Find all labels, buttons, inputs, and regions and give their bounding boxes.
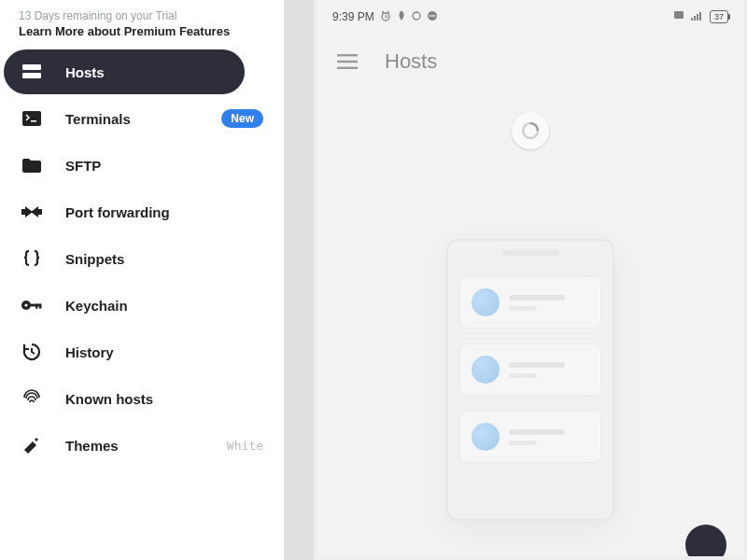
svg-rect-10 xyxy=(39,304,42,309)
alarm-icon xyxy=(380,10,391,24)
network-icon xyxy=(674,10,685,23)
circle-icon xyxy=(412,10,421,23)
content-area xyxy=(317,90,743,556)
placeholder-card xyxy=(459,411,601,463)
svg-rect-22 xyxy=(337,54,358,56)
page-title: Hosts xyxy=(385,49,437,74)
history-icon xyxy=(21,343,43,361)
add-host-fab[interactable] xyxy=(685,525,726,556)
fingerprint-icon xyxy=(21,389,43,408)
loading-spinner xyxy=(512,112,549,149)
svg-point-12 xyxy=(413,12,420,20)
sidebar-item-history[interactable]: History xyxy=(4,329,280,374)
svg-point-7 xyxy=(24,303,27,306)
sidebar-item-label: Themes xyxy=(65,438,119,454)
svg-rect-18 xyxy=(691,18,693,21)
placeholder-card xyxy=(459,343,601,396)
sidebar-item-label: Terminals xyxy=(65,111,131,127)
sidebar-item-label: History xyxy=(65,344,114,360)
sidebar-item-label: SFTP xyxy=(65,158,101,174)
svg-point-16 xyxy=(433,15,435,17)
trial-learn-more[interactable]: Learn More about Premium Features xyxy=(19,24,265,38)
key-icon xyxy=(21,299,43,312)
new-badge: New xyxy=(221,109,263,128)
placeholder-card xyxy=(459,276,601,329)
terminals-icon xyxy=(21,111,43,126)
empty-state-illustration xyxy=(446,239,614,521)
svg-rect-19 xyxy=(694,16,696,21)
svg-rect-2 xyxy=(24,66,26,68)
sidebar-item-label: Keychain xyxy=(65,298,128,314)
sidebar-item-label: Known hosts xyxy=(65,391,153,407)
more-icon xyxy=(427,10,438,23)
svg-rect-5 xyxy=(31,120,36,122)
folder-icon xyxy=(21,158,43,173)
svg-point-14 xyxy=(429,15,430,17)
sidebar-item-label: Hosts xyxy=(65,64,105,80)
sidebar-item-sftp[interactable]: SFTP xyxy=(4,143,280,188)
sidebar-item-hosts[interactable]: Hosts xyxy=(4,49,245,94)
sidebar-item-terminals[interactable]: Terminals New xyxy=(4,96,280,141)
svg-rect-9 xyxy=(35,304,38,309)
sidebar-menu: Hosts Terminals New SFTP Port forwarding xyxy=(0,49,284,468)
svg-rect-3 xyxy=(24,75,26,77)
phone-panel: 9:39 PM 37 Ho xyxy=(314,0,747,560)
status-time: 9:39 PM xyxy=(332,10,374,23)
sidebar-item-port-forwarding[interactable]: Port forwarding xyxy=(4,189,280,234)
svg-rect-4 xyxy=(22,111,41,126)
sidebar-item-themes[interactable]: Themes White xyxy=(4,423,280,468)
themes-icon xyxy=(21,436,43,455)
drawer-panel: 13 Days remaining on your Trial Learn Mo… xyxy=(0,0,314,560)
app-bar: Hosts xyxy=(317,34,743,90)
status-bar: 9:39 PM 37 xyxy=(317,0,743,34)
trial-days: 13 Days remaining on your Trial xyxy=(19,9,265,22)
sidebar-item-snippets[interactable]: Snippets xyxy=(4,236,280,281)
svg-rect-20 xyxy=(697,14,698,21)
sidebar-item-label: Snippets xyxy=(65,251,124,267)
svg-rect-23 xyxy=(337,61,358,63)
svg-rect-21 xyxy=(699,12,701,21)
sidebar-item-keychain[interactable]: Keychain xyxy=(4,283,280,328)
sidebar-item-label: Port forwarding xyxy=(65,204,170,220)
sidebar-item-known-hosts[interactable]: Known hosts xyxy=(4,376,280,421)
battery-indicator: 37 xyxy=(710,10,728,23)
trial-banner[interactable]: 13 Days remaining on your Trial Learn Mo… xyxy=(0,0,284,49)
braces-icon xyxy=(21,250,43,267)
svg-rect-24 xyxy=(337,67,358,69)
hamburger-icon[interactable] xyxy=(336,50,359,73)
leaf-icon xyxy=(397,10,406,24)
signal-icon xyxy=(691,10,704,23)
svg-rect-17 xyxy=(674,11,684,19)
theme-value: White xyxy=(227,439,263,453)
hosts-icon xyxy=(21,64,43,79)
svg-point-15 xyxy=(431,15,433,17)
port-forward-icon xyxy=(21,204,43,219)
